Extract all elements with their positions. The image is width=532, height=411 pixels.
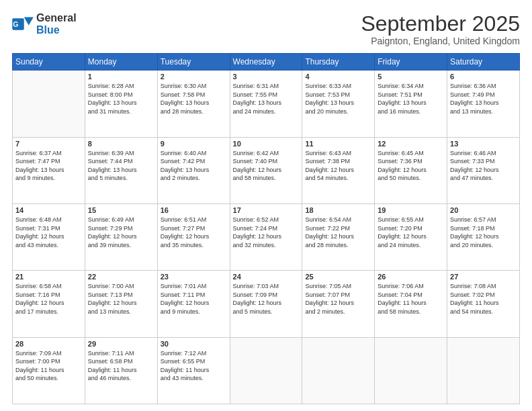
title-block: September 2025 Paignton, England, United… [361, 12, 520, 46]
calendar-week-row: 1Sunrise: 6:28 AM Sunset: 8:00 PM Daylig… [13, 71, 520, 137]
location: Paignton, England, United Kingdom [361, 36, 520, 46]
day-info: Sunrise: 6:43 AM Sunset: 7:38 PM Dayligh… [305, 149, 371, 183]
day-info: Sunrise: 6:36 AM Sunset: 7:49 PM Dayligh… [450, 82, 517, 116]
day-info: Sunrise: 6:30 AM Sunset: 7:58 PM Dayligh… [161, 82, 227, 116]
table-row [447, 337, 520, 404]
table-row: 10Sunrise: 6:42 AM Sunset: 7:40 PM Dayli… [230, 137, 302, 203]
day-info: Sunrise: 7:06 AM Sunset: 7:04 PM Dayligh… [378, 282, 444, 316]
day-info: Sunrise: 6:45 AM Sunset: 7:36 PM Dayligh… [378, 149, 444, 183]
day-number: 19 [378, 206, 444, 214]
day-info: Sunrise: 6:40 AM Sunset: 7:42 PM Dayligh… [161, 149, 227, 183]
table-row: 9Sunrise: 6:40 AM Sunset: 7:42 PM Daylig… [157, 137, 230, 203]
table-row: 17Sunrise: 6:52 AM Sunset: 7:24 PM Dayli… [230, 203, 302, 270]
day-number: 23 [161, 273, 227, 281]
page: G General Blue September 2025 Paignton, … [0, 0, 532, 411]
logo-icon: G [12, 15, 34, 34]
svg-marker-2 [24, 17, 34, 25]
day-number: 17 [233, 206, 300, 214]
day-number: 25 [305, 273, 371, 281]
day-number: 30 [161, 340, 227, 348]
day-info: Sunrise: 7:01 AM Sunset: 7:11 PM Dayligh… [161, 282, 227, 316]
day-info: Sunrise: 7:03 AM Sunset: 7:09 PM Dayligh… [233, 282, 300, 316]
day-number: 20 [450, 206, 517, 214]
day-info: Sunrise: 6:31 AM Sunset: 7:55 PM Dayligh… [233, 82, 300, 116]
day-info: Sunrise: 6:34 AM Sunset: 7:51 PM Dayligh… [378, 82, 444, 116]
day-number: 5 [378, 73, 444, 81]
day-info: Sunrise: 6:46 AM Sunset: 7:33 PM Dayligh… [450, 149, 517, 183]
day-info: Sunrise: 6:52 AM Sunset: 7:24 PM Dayligh… [233, 216, 300, 249]
day-info: Sunrise: 6:39 AM Sunset: 7:44 PM Dayligh… [88, 149, 154, 183]
day-number: 28 [15, 340, 82, 348]
table-row: 16Sunrise: 6:51 AM Sunset: 7:27 PM Dayli… [157, 203, 230, 270]
day-number: 4 [305, 73, 371, 81]
col-monday: Monday [85, 54, 157, 71]
day-info: Sunrise: 6:28 AM Sunset: 8:00 PM Dayligh… [88, 82, 154, 116]
table-row: 12Sunrise: 6:45 AM Sunset: 7:36 PM Dayli… [375, 137, 447, 203]
table-row: 13Sunrise: 6:46 AM Sunset: 7:33 PM Dayli… [447, 137, 520, 203]
day-number: 8 [88, 140, 154, 148]
header: G General Blue September 2025 Paignton, … [12, 12, 520, 46]
day-number: 6 [450, 73, 517, 81]
table-row [302, 337, 375, 404]
table-row: 2Sunrise: 6:30 AM Sunset: 7:58 PM Daylig… [157, 71, 230, 137]
day-number: 10 [233, 140, 300, 148]
col-friday: Friday [375, 54, 447, 71]
table-row: 29Sunrise: 7:11 AM Sunset: 6:58 PM Dayli… [85, 337, 157, 404]
table-row: 4Sunrise: 6:33 AM Sunset: 7:53 PM Daylig… [302, 71, 375, 137]
calendar-week-row: 21Sunrise: 6:58 AM Sunset: 7:16 PM Dayli… [13, 271, 520, 337]
logo-text-line1: General [36, 12, 77, 24]
table-row: 24Sunrise: 7:03 AM Sunset: 7:09 PM Dayli… [230, 271, 302, 337]
table-row: 28Sunrise: 7:09 AM Sunset: 7:00 PM Dayli… [13, 337, 85, 404]
day-number: 21 [15, 273, 82, 281]
col-wednesday: Wednesday [230, 54, 302, 71]
table-row: 3Sunrise: 6:31 AM Sunset: 7:55 PM Daylig… [230, 71, 302, 137]
svg-text:G: G [13, 20, 18, 28]
day-info: Sunrise: 7:09 AM Sunset: 7:00 PM Dayligh… [15, 349, 82, 383]
table-row: 19Sunrise: 6:55 AM Sunset: 7:20 PM Dayli… [375, 203, 447, 270]
day-number: 12 [378, 140, 444, 148]
month-title: September 2025 [361, 12, 520, 36]
day-info: Sunrise: 6:37 AM Sunset: 7:47 PM Dayligh… [15, 149, 82, 183]
logo-text-line2: Blue [36, 24, 77, 36]
day-info: Sunrise: 6:33 AM Sunset: 7:53 PM Dayligh… [305, 82, 371, 116]
col-sunday: Sunday [13, 54, 85, 71]
day-number: 26 [378, 273, 444, 281]
day-info: Sunrise: 7:12 AM Sunset: 6:55 PM Dayligh… [161, 349, 227, 383]
table-row [230, 337, 302, 404]
calendar-week-row: 7Sunrise: 6:37 AM Sunset: 7:47 PM Daylig… [13, 137, 520, 203]
day-info: Sunrise: 6:51 AM Sunset: 7:27 PM Dayligh… [161, 216, 227, 249]
table-row: 6Sunrise: 6:36 AM Sunset: 7:49 PM Daylig… [447, 71, 520, 137]
day-info: Sunrise: 7:08 AM Sunset: 7:02 PM Dayligh… [450, 282, 517, 316]
table-row: 15Sunrise: 6:49 AM Sunset: 7:29 PM Dayli… [85, 203, 157, 270]
table-row: 11Sunrise: 6:43 AM Sunset: 7:38 PM Dayli… [302, 137, 375, 203]
col-saturday: Saturday [447, 54, 520, 71]
day-number: 1 [88, 73, 154, 81]
day-number: 27 [450, 273, 517, 281]
col-thursday: Thursday [302, 54, 375, 71]
day-number: 22 [88, 273, 154, 281]
table-row: 23Sunrise: 7:01 AM Sunset: 7:11 PM Dayli… [157, 271, 230, 337]
day-info: Sunrise: 6:57 AM Sunset: 7:18 PM Dayligh… [450, 216, 517, 249]
calendar-header-row: Sunday Monday Tuesday Wednesday Thursday… [13, 54, 520, 71]
calendar-table: Sunday Monday Tuesday Wednesday Thursday… [12, 53, 520, 404]
table-row: 30Sunrise: 7:12 AM Sunset: 6:55 PM Dayli… [157, 337, 230, 404]
table-row: 18Sunrise: 6:54 AM Sunset: 7:22 PM Dayli… [302, 203, 375, 270]
calendar-week-row: 28Sunrise: 7:09 AM Sunset: 7:00 PM Dayli… [13, 337, 520, 404]
day-info: Sunrise: 7:11 AM Sunset: 6:58 PM Dayligh… [88, 349, 154, 383]
table-row: 20Sunrise: 6:57 AM Sunset: 7:18 PM Dayli… [447, 203, 520, 270]
day-info: Sunrise: 6:48 AM Sunset: 7:31 PM Dayligh… [15, 216, 82, 249]
day-number: 7 [15, 140, 82, 148]
day-number: 18 [305, 206, 371, 214]
table-row: 21Sunrise: 6:58 AM Sunset: 7:16 PM Dayli… [13, 271, 85, 337]
table-row: 27Sunrise: 7:08 AM Sunset: 7:02 PM Dayli… [447, 271, 520, 337]
day-info: Sunrise: 6:54 AM Sunset: 7:22 PM Dayligh… [305, 216, 371, 249]
day-number: 13 [450, 140, 517, 148]
table-row: 1Sunrise: 6:28 AM Sunset: 8:00 PM Daylig… [85, 71, 157, 137]
day-info: Sunrise: 6:42 AM Sunset: 7:40 PM Dayligh… [233, 149, 300, 183]
calendar-week-row: 14Sunrise: 6:48 AM Sunset: 7:31 PM Dayli… [13, 203, 520, 270]
day-info: Sunrise: 6:58 AM Sunset: 7:16 PM Dayligh… [15, 282, 82, 316]
day-number: 16 [161, 206, 227, 214]
logo: G General Blue [12, 12, 77, 36]
day-number: 9 [161, 140, 227, 148]
day-number: 24 [233, 273, 300, 281]
